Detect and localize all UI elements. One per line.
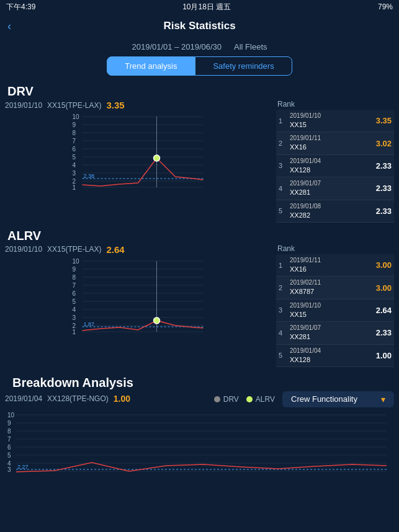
drv-chart-area: 2019/01/10 XX15(TPE-LAX) 3.35 10 9 8 7 6…	[5, 100, 271, 223]
back-button[interactable]: ‹	[7, 20, 11, 33]
drv-section: DRV 2019/01/10 XX15(TPE-LAX) 3.35 10 9 8…	[0, 82, 399, 223]
drv-rank-header: Rank	[276, 100, 394, 109]
svg-text:6: 6	[7, 444, 11, 451]
legend-alrv: ALRV	[246, 395, 275, 404]
svg-text:5: 5	[73, 154, 76, 161]
battery-level: 79%	[378, 2, 393, 11]
breakdown-selected-flight: XX128(TPE-NGO)	[47, 394, 109, 403]
svg-text:5: 5	[73, 298, 76, 305]
drv-selected-date: 2019/01/10	[5, 101, 42, 110]
drv-rank-row-5: 5 2019/01/08 XX282 2.33	[276, 200, 394, 223]
svg-point-45	[154, 317, 160, 324]
svg-text:10: 10	[7, 412, 15, 419]
alrv-selected-flight: XX15(TPE-LAX)	[47, 245, 101, 254]
tab-row: Trend analysis Safety reminders	[0, 56, 399, 76]
svg-text:9: 9	[73, 122, 76, 128]
page-title: Risk Statistics	[163, 20, 235, 32]
svg-text:8: 8	[7, 428, 11, 435]
svg-text:3: 3	[73, 170, 76, 177]
alrv-chart-area: 2019/01/10 XX15(TPE-LAX) 2.64 10 9 8 7 6…	[5, 244, 271, 367]
svg-text:3: 3	[73, 314, 76, 321]
alrv-rank-table: Rank 1 2019/01/11 XX16 3.00 2 2019/02/11…	[276, 244, 394, 367]
date-range: 2019/01/01 – 2019/06/30	[132, 42, 222, 51]
alrv-avg-label: 1.87	[84, 321, 95, 327]
svg-text:5: 5	[7, 452, 11, 459]
alrv-rank-row-5: 5 2019/01/04 XX128 1.00	[276, 345, 394, 367]
svg-text:7: 7	[7, 436, 11, 443]
svg-text:7: 7	[73, 282, 76, 289]
alrv-rank-header: Rank	[276, 244, 394, 253]
svg-text:10: 10	[73, 258, 80, 265]
alrv-section: ALRV 2019/01/10 XX15(TPE-LAX) 2.64 10 9 …	[0, 226, 399, 367]
svg-point-22	[154, 155, 160, 161]
alrv-rank-row-3: 3 2019/01/10 XX15 2.64	[276, 299, 394, 322]
fleet-filter: All Fleets	[234, 42, 267, 51]
alrv-rank-row-1: 1 2019/01/11 XX16 3.00	[276, 254, 394, 277]
drv-label: DRV	[0, 82, 399, 100]
legend-drv: DRV	[214, 395, 239, 404]
tab-trend-analysis[interactable]: Trend analysis	[107, 56, 195, 76]
alrv-legend-label: ALRV	[256, 395, 275, 404]
svg-text:4: 4	[73, 162, 76, 169]
alrv-chart-info: 2019/01/10 XX15(TPE-LAX) 2.64	[5, 244, 271, 255]
svg-text:9: 9	[73, 266, 76, 273]
chevron-down-icon: ▾	[381, 394, 385, 404]
breakdown-chart-info: 2019/01/04 XX128(TPE-NGO) 1.00	[5, 394, 130, 404]
svg-text:4: 4	[73, 306, 76, 313]
drv-rank-row-2: 2 2019/01/11 XX16 3.02	[276, 132, 394, 154]
breakdown-selected-value: 1.00	[114, 394, 130, 404]
drv-legend-label: DRV	[223, 395, 239, 404]
drv-rank-row-3: 3 2019/01/04 XX128 2.33	[276, 155, 394, 177]
page-header: ‹ Risk Statistics	[0, 14, 399, 38]
breakdown-label: Breakdown Analysis	[5, 373, 394, 391]
drv-legend-dot	[214, 396, 220, 402]
svg-text:9: 9	[7, 420, 11, 427]
svg-text:8: 8	[73, 130, 76, 136]
drv-avg-label: 2.38	[84, 173, 95, 179]
drv-rank-row-1: 1 2019/01/10 XX15 3.35	[276, 110, 394, 132]
crew-functionality-dropdown[interactable]: Crew Functionality ▾	[282, 391, 394, 407]
filter-row: 2019/01/01 – 2019/06/30 All Fleets	[0, 38, 399, 56]
dropdown-label: Crew Functionality	[291, 394, 357, 404]
alrv-selected-value: 2.64	[106, 244, 124, 255]
drv-rank-row-4: 4 2019/01/07 XX281 2.33	[276, 177, 394, 200]
alrv-rank-row-4: 4 2019/01/07 XX281 2.33	[276, 322, 394, 344]
drv-chart-svg: 10 9 8 7 6 5 4 3 2 1	[5, 112, 271, 192]
alrv-legend-dot	[246, 396, 253, 402]
svg-text:1: 1	[73, 329, 76, 335]
alrv-rank-row-2: 2 2019/02/11 XX8787 3.00	[276, 277, 394, 299]
alrv-chart-rank-row: 2019/01/10 XX15(TPE-LAX) 2.64 10 9 8 7 6…	[0, 244, 399, 367]
status-date: 10月18日 週五	[182, 2, 231, 12]
breakdown-header: 2019/01/04 XX128(TPE-NGO) 1.00 DRV ALRV …	[5, 391, 394, 407]
breakdown-selected-date: 2019/01/04	[5, 394, 42, 403]
status-time: 下午4:39	[6, 2, 35, 12]
svg-text:3: 3	[7, 466, 11, 473]
alrv-label: ALRV	[0, 226, 399, 244]
breakdown-chart-svg: 10 9 8 7 6 5 4 3 2.27	[5, 410, 390, 478]
svg-text:6: 6	[73, 290, 76, 297]
svg-text:1: 1	[73, 184, 76, 191]
drv-chart-rank-row: 2019/01/10 XX15(TPE-LAX) 3.35 10 9 8 7 6…	[0, 100, 399, 223]
drv-selected-value: 3.35	[106, 100, 124, 110]
drv-chart-info: 2019/01/10 XX15(TPE-LAX) 3.35	[5, 100, 271, 110]
drv-rank-table: Rank 1 2019/01/10 XX15 3.35 2 2019/01/11…	[276, 100, 394, 223]
svg-text:6: 6	[73, 146, 76, 153]
breakdown-avg-label: 2.27	[17, 464, 29, 470]
alrv-chart-svg: 10 9 8 7 6 5 4 3 2 1	[5, 256, 271, 337]
alrv-selected-date: 2019/01/10	[5, 245, 42, 254]
svg-text:10: 10	[73, 113, 80, 120]
svg-text:7: 7	[73, 138, 76, 144]
svg-text:8: 8	[73, 274, 76, 281]
drv-selected-flight: XX15(TPE-LAX)	[47, 101, 101, 110]
breakdown-section: Breakdown Analysis 2019/01/04 XX128(TPE-…	[0, 371, 399, 478]
status-bar: 下午4:39 10月18日 週五 79%	[0, 0, 399, 14]
tab-safety-reminders[interactable]: Safety reminders	[195, 56, 292, 76]
